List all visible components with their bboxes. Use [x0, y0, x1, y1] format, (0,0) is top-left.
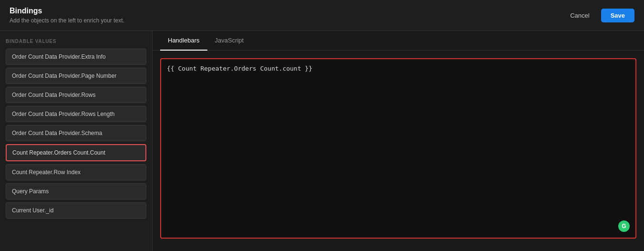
sidebar-item-8[interactable]: Query Params — [6, 183, 146, 199]
header-left: Bindings Add the objects on the left to … — [10, 7, 124, 24]
sidebar-item-9[interactable]: Current User._id — [6, 202, 146, 219]
sidebar-section-label: Bindable Values — [6, 39, 146, 44]
editor-box[interactable]: {{ Count Repeater.Orders Count.count }} … — [160, 58, 636, 239]
header-right: Cancel Save — [563, 9, 634, 22]
tabs-container: Handlebars JavaScript — [153, 31, 644, 51]
tab-javascript[interactable]: JavaScript — [207, 31, 252, 51]
sidebar-item-5[interactable]: Order Count Data Provider.Schema — [6, 125, 146, 141]
sidebar-item-2[interactable]: Order Count Data Provider.Page Number — [6, 68, 146, 84]
sidebar: Bindable Values Order Count Data Provide… — [0, 31, 153, 251]
sidebar-item-7[interactable]: Count Repeater.Row Index — [6, 164, 146, 180]
sidebar-item-4[interactable]: Order Count Data Provider.Rows Length — [6, 106, 146, 122]
editor-icon-label: G — [622, 223, 626, 230]
sidebar-item-3[interactable]: Order Count Data Provider.Rows — [6, 87, 146, 103]
app-container: Bindings Add the objects on the left to … — [0, 0, 644, 251]
editor-icon: G — [618, 220, 630, 232]
main-content: Bindable Values Order Count Data Provide… — [0, 31, 644, 251]
right-panel: Handlebars JavaScript {{ Count Repeater.… — [153, 31, 644, 251]
save-button[interactable]: Save — [601, 9, 634, 22]
page-title: Bindings — [10, 7, 124, 15]
page-subtitle: Add the objects on the left to enrich yo… — [10, 17, 124, 24]
cancel-button[interactable]: Cancel — [563, 9, 596, 22]
sidebar-item-1[interactable]: Order Count Data Provider.Extra Info — [6, 49, 146, 65]
header: Bindings Add the objects on the left to … — [0, 0, 644, 31]
sidebar-item-6[interactable]: Count Repeater.Orders Count.Count — [6, 144, 146, 161]
editor-content[interactable]: {{ Count Repeater.Orders Count.count }} — [167, 65, 630, 72]
editor-area: {{ Count Repeater.Orders Count.count }} … — [153, 51, 644, 251]
tab-handlebars[interactable]: Handlebars — [160, 31, 207, 51]
